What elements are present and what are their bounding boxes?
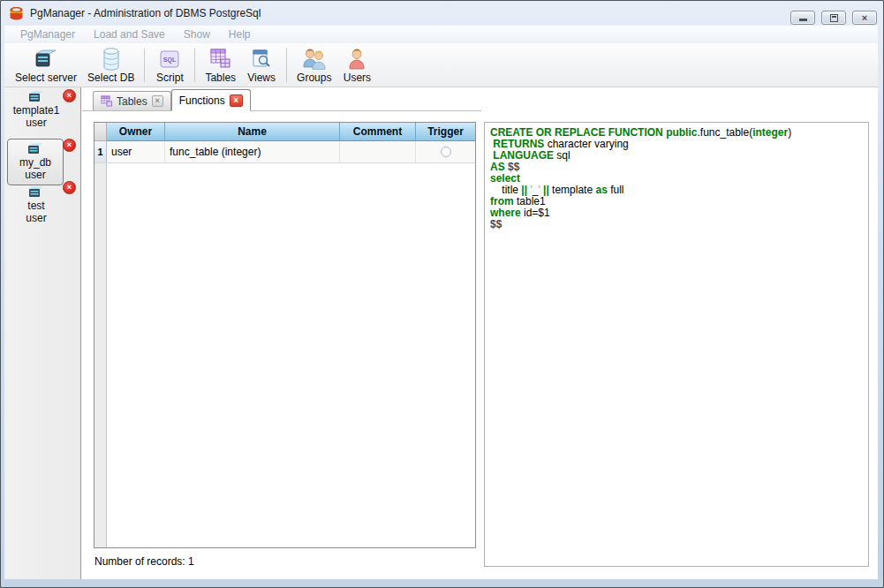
close-icon: × bbox=[67, 183, 72, 192]
server-icon bbox=[27, 186, 45, 198]
server-sidebar: template1 user × my_db user bbox=[4, 87, 81, 579]
column-header-comment[interactable]: Comment bbox=[340, 123, 416, 141]
toolbar-label: Tables bbox=[205, 72, 236, 84]
toolbar-label: Groups bbox=[297, 72, 331, 84]
sidebar-item-template1[interactable]: template1 user bbox=[4, 89, 68, 129]
disconnect-badge-button[interactable]: × bbox=[63, 89, 76, 102]
tables-grid-icon bbox=[209, 47, 232, 72]
sidebar-item-my-db[interactable]: my_db user bbox=[7, 139, 64, 185]
tables-grid-icon bbox=[101, 95, 112, 107]
toolbar-label: Views bbox=[247, 72, 276, 84]
db-name: template1 bbox=[13, 104, 60, 117]
toolbar: Select server Select DB bbox=[4, 43, 878, 87]
tabbar: Tables × Functions × bbox=[93, 89, 251, 110]
close-icon: × bbox=[67, 140, 72, 149]
window-title: PgManager - Administration of DBMS Postg… bbox=[30, 7, 261, 19]
close-icon: × bbox=[233, 95, 238, 105]
user-person-icon bbox=[347, 47, 366, 72]
row-number-gutter bbox=[94, 163, 107, 547]
database-icon bbox=[102, 47, 121, 72]
server-icon bbox=[26, 143, 44, 155]
db-user: user bbox=[25, 169, 45, 181]
db-user: user bbox=[26, 212, 46, 224]
records-count: Number of records: 1 bbox=[94, 555, 194, 568]
toolbar-label: Script bbox=[156, 72, 184, 84]
db-name: my_db bbox=[19, 156, 51, 169]
table-empty-area bbox=[94, 163, 475, 547]
column-header-trigger[interactable]: Trigger bbox=[416, 123, 475, 141]
column-header-owner[interactable]: Owner bbox=[107, 123, 165, 141]
main-area: template1 user × my_db user bbox=[4, 87, 878, 579]
function-definition-viewer[interactable]: CREATE OR REPLACE FUNCTION public.func_t… bbox=[484, 122, 869, 567]
db-name: test bbox=[27, 200, 44, 212]
table-header-row: Owner Name Comment Trigger bbox=[94, 123, 475, 141]
titlebar[interactable]: PgManager - Administration of DBMS Postg… bbox=[1, 1, 883, 26]
close-icon: × bbox=[67, 91, 72, 100]
cell-trigger bbox=[416, 141, 475, 162]
tab-functions[interactable]: Functions × bbox=[171, 89, 251, 111]
trigger-radio[interactable] bbox=[441, 147, 451, 157]
cell-name[interactable]: func_table (integer) bbox=[165, 141, 340, 162]
pgmanager-logo-icon bbox=[9, 6, 24, 21]
groups-people-icon bbox=[301, 47, 328, 72]
toolbar-separator bbox=[194, 49, 195, 82]
toolbar-button-script[interactable]: SQL Script bbox=[149, 46, 190, 87]
menubar: PgManager Load and Save Show Help bbox=[4, 26, 878, 43]
disconnect-badge-button[interactable]: × bbox=[63, 181, 76, 194]
server-icon bbox=[31, 47, 61, 72]
toolbar-button-groups[interactable]: Groups bbox=[291, 46, 336, 87]
maximize-button[interactable] bbox=[821, 11, 846, 25]
row-number-cell: 1 bbox=[94, 141, 107, 162]
content-area: Tables × Functions × Owner Name Comment bbox=[81, 87, 878, 579]
disconnect-badge-button[interactable]: × bbox=[63, 139, 76, 152]
toolbar-button-tables[interactable]: Tables bbox=[200, 46, 241, 87]
toolbar-label: Users bbox=[344, 72, 371, 84]
tabbar-underline bbox=[82, 110, 481, 111]
sidebar-item-test[interactable]: test user bbox=[4, 185, 68, 224]
menu-item-show[interactable]: Show bbox=[177, 26, 217, 42]
cell-owner[interactable]: user bbox=[107, 141, 165, 162]
toolbar-label: Select server bbox=[15, 72, 77, 84]
window-controls: × bbox=[790, 11, 877, 25]
server-icon bbox=[27, 91, 45, 102]
views-search-icon bbox=[251, 47, 272, 72]
close-button[interactable]: × bbox=[852, 11, 877, 25]
pgmanager-window: PgManager - Administration of DBMS Postg… bbox=[0, 0, 884, 588]
tab-label: Functions bbox=[179, 94, 225, 107]
tab-tables[interactable]: Tables × bbox=[93, 91, 171, 110]
table-blank bbox=[107, 163, 475, 547]
menu-item-pgmanager[interactable]: PgManager bbox=[13, 26, 82, 42]
minimize-icon bbox=[799, 19, 807, 21]
tab-label: Tables bbox=[117, 95, 147, 108]
menu-item-load-and-save[interactable]: Load and Save bbox=[87, 26, 172, 42]
column-header-name[interactable]: Name bbox=[165, 123, 340, 141]
menu-item-help[interactable]: Help bbox=[222, 26, 258, 42]
maximize-icon bbox=[830, 14, 838, 22]
window-body: PgManager Load and Save Show Help Select… bbox=[4, 26, 878, 579]
svg-text:SQL: SQL bbox=[163, 57, 177, 64]
toolbar-separator bbox=[286, 49, 287, 82]
cell-comment[interactable] bbox=[340, 141, 416, 162]
tab-close-button[interactable]: × bbox=[152, 95, 163, 107]
toolbar-label: Select DB bbox=[87, 72, 134, 84]
sql-script-icon: SQL bbox=[158, 47, 181, 72]
toolbar-separator bbox=[144, 49, 145, 82]
close-icon: × bbox=[155, 96, 160, 105]
table-row[interactable]: 1 user func_table (integer) bbox=[94, 141, 475, 163]
minimize-button[interactable] bbox=[790, 11, 815, 25]
sql-code: CREATE OR REPLACE FUNCTION public.func_t… bbox=[490, 127, 863, 230]
toolbar-button-views[interactable]: Views bbox=[241, 46, 282, 87]
row-number-header bbox=[94, 123, 107, 141]
db-user: user bbox=[26, 117, 46, 129]
toolbar-button-select-db[interactable]: Select DB bbox=[82, 46, 140, 87]
tab-close-button[interactable]: × bbox=[230, 94, 243, 107]
functions-table: Owner Name Comment Trigger 1 user func_t… bbox=[94, 122, 476, 548]
toolbar-button-select-server[interactable]: Select server bbox=[10, 46, 82, 87]
toolbar-button-users[interactable]: Users bbox=[336, 46, 377, 87]
close-icon: × bbox=[862, 13, 867, 22]
